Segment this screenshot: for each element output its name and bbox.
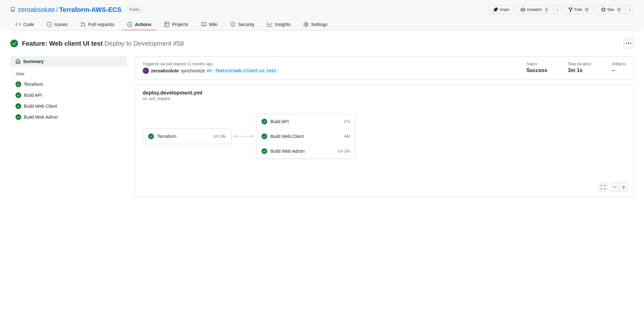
graph-job-build-web-admin[interactable]: Build Web Admin 1m 15s bbox=[256, 144, 355, 159]
plus-icon bbox=[621, 185, 626, 190]
tab-security[interactable]: Security bbox=[225, 19, 260, 30]
sidebar: Summary Jobs Terraform Build API Build W… bbox=[10, 56, 127, 197]
unpin-button[interactable]: Unpin bbox=[489, 5, 514, 14]
eye-icon bbox=[520, 7, 526, 12]
job-duration: 44s bbox=[344, 134, 350, 139]
success-icon bbox=[15, 81, 21, 87]
summary-button[interactable]: Summary bbox=[10, 56, 127, 67]
watch-dropdown-button[interactable] bbox=[554, 5, 561, 14]
tab-issues[interactable]: Issues bbox=[42, 19, 72, 30]
tab-actions-label: Actions bbox=[135, 22, 151, 27]
tab-pulls-label: Pull requests bbox=[88, 22, 114, 27]
connector-dot bbox=[251, 135, 253, 138]
trigger-label: Triggered via pull request 11 months ago bbox=[143, 62, 506, 66]
event-text: synchronize bbox=[181, 68, 205, 73]
tab-pulls[interactable]: Pull requests bbox=[75, 19, 119, 30]
pr-link[interactable]: #3 bbox=[207, 68, 212, 73]
sidebar-job-build-web-client[interactable]: Build Web Client bbox=[10, 101, 127, 112]
status-label: Status bbox=[526, 62, 547, 66]
tab-wiki[interactable]: Wiki bbox=[196, 19, 223, 30]
job-name: Terraform bbox=[157, 134, 210, 139]
artifacts-label: Artifacts bbox=[612, 62, 626, 66]
jobs-heading: Jobs bbox=[10, 67, 127, 79]
star-icon bbox=[601, 7, 606, 12]
fork-icon bbox=[568, 7, 573, 12]
caret-down-icon bbox=[628, 8, 631, 11]
job-name: Build Web Client bbox=[270, 134, 341, 139]
tab-issues-label: Issues bbox=[54, 22, 67, 27]
book-icon bbox=[201, 22, 206, 27]
fullscreen-icon bbox=[601, 185, 606, 190]
success-icon bbox=[15, 92, 21, 98]
star-dropdown-button[interactable] bbox=[626, 5, 634, 14]
tab-insights[interactable]: Insights bbox=[262, 19, 296, 30]
fork-count: 0 bbox=[583, 7, 590, 13]
tab-projects-label: Projects bbox=[172, 22, 188, 27]
success-icon bbox=[261, 148, 267, 154]
unwatch-button[interactable]: Unwatch 1 bbox=[516, 5, 554, 14]
success-icon bbox=[148, 133, 154, 139]
graph-connector bbox=[234, 135, 253, 138]
tab-settings[interactable]: Settings bbox=[298, 19, 333, 30]
repo-name-link[interactable]: Terraform-AWS-ECS bbox=[59, 6, 121, 13]
fork-button[interactable]: Fork 0 bbox=[564, 5, 594, 14]
graph-job-build-api[interactable]: Build API 27s bbox=[256, 114, 355, 129]
home-icon bbox=[15, 59, 21, 64]
repo-title: zeroabsolute/Terraform-AWS-ECS bbox=[18, 6, 121, 14]
artifacts-value: – bbox=[612, 68, 626, 73]
connector-line bbox=[237, 136, 251, 137]
zoom-in-button[interactable] bbox=[619, 183, 628, 192]
tab-insights-label: Insights bbox=[275, 22, 290, 27]
run-menu-button[interactable] bbox=[623, 38, 634, 49]
commit-message: Feature: Web client UI test bbox=[22, 40, 103, 47]
repo-title-separator: / bbox=[56, 6, 58, 13]
graph-body[interactable]: Terraform 1m 18s Build API 27s bbox=[143, 109, 626, 169]
tab-code-label: Code bbox=[23, 22, 34, 27]
duration-value[interactable]: 3m 1s bbox=[568, 68, 591, 73]
trigger-event: on: pull_request bbox=[143, 96, 626, 101]
star-button-group: Star 0 bbox=[597, 5, 634, 14]
zoom-out-button[interactable] bbox=[610, 183, 619, 192]
pr-icon bbox=[80, 22, 86, 27]
success-icon bbox=[15, 103, 21, 109]
pin-icon bbox=[493, 7, 498, 12]
tab-settings-label: Settings bbox=[311, 22, 327, 27]
job-name: Build API bbox=[270, 119, 341, 124]
graph-job-terraform[interactable]: Terraform 1m 18s bbox=[143, 129, 232, 144]
tab-code[interactable]: Code bbox=[10, 19, 39, 30]
repo-header: zeroabsolute/Terraform-AWS-ECS Public Un… bbox=[0, 0, 644, 31]
graph-job-build-web-client[interactable]: Build Web Client 44s bbox=[256, 129, 355, 144]
duration-label: Total duration bbox=[568, 62, 591, 66]
star-count: 0 bbox=[616, 7, 622, 13]
duration-section: Total duration 3m 1s bbox=[568, 62, 591, 74]
job-name: Build Web Admin bbox=[270, 149, 335, 154]
caret-down-icon bbox=[556, 8, 559, 11]
tab-actions[interactable]: Actions bbox=[122, 19, 156, 30]
sidebar-job-terraform[interactable]: Terraform bbox=[10, 79, 127, 90]
status-value: Success bbox=[526, 68, 547, 73]
job-name: Build Web Client bbox=[24, 104, 57, 109]
repo-owner-link[interactable]: zeroabsolute bbox=[18, 6, 55, 13]
success-icon bbox=[261, 133, 267, 139]
job-row[interactable]: Terraform 1m 18s bbox=[143, 129, 231, 144]
avatar[interactable] bbox=[143, 68, 149, 74]
zoom-controls bbox=[599, 183, 628, 192]
branch-chip[interactable]: feature/web-client-ui-test bbox=[214, 69, 278, 73]
sidebar-job-build-web-admin[interactable]: Build Web Admin bbox=[10, 112, 127, 123]
repo-tabs: Code Issues Pull requests Actions Projec… bbox=[10, 19, 634, 31]
workflow-run-name: Deploy to Development #58 bbox=[104, 40, 184, 47]
actor-link[interactable]: zeroabsolute bbox=[151, 68, 179, 73]
status-section: Status Success bbox=[526, 62, 547, 74]
job-duration: 1m 15s bbox=[338, 149, 350, 153]
repo-icon bbox=[10, 7, 15, 12]
sidebar-job-build-api[interactable]: Build API bbox=[10, 90, 127, 101]
graph-icon bbox=[267, 22, 272, 27]
star-button[interactable]: Star 0 bbox=[597, 5, 626, 14]
tab-projects[interactable]: Projects bbox=[159, 19, 194, 30]
fullscreen-button[interactable] bbox=[599, 183, 608, 192]
summary-label: Summary bbox=[23, 59, 44, 64]
workflow-file: deploy.development.yml bbox=[143, 90, 626, 96]
trigger-section: Triggered via pull request 11 months ago… bbox=[143, 62, 506, 74]
job-name: Build Web Admin bbox=[24, 114, 58, 120]
success-icon bbox=[10, 40, 18, 47]
